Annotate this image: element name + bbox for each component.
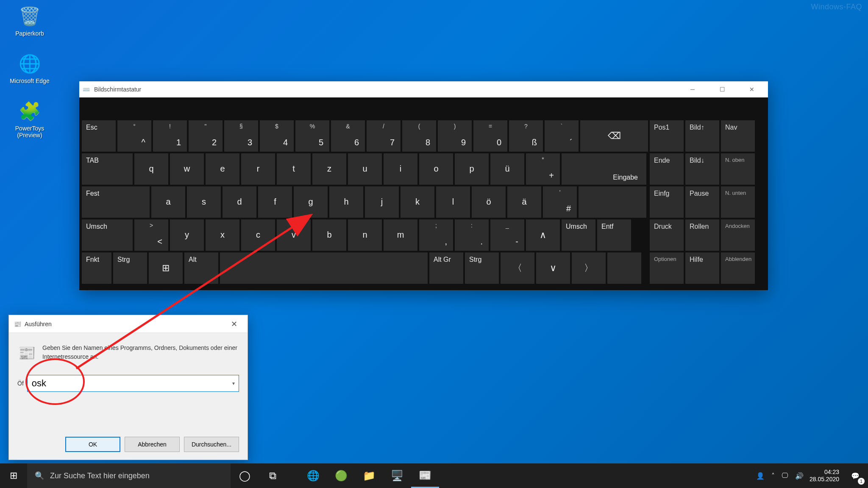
- key-t[interactable]: t: [277, 153, 311, 185]
- key-space[interactable]: [607, 252, 641, 284]
- maximize-button[interactable]: ☐: [709, 81, 735, 97]
- key-9[interactable]: )9: [438, 120, 472, 152]
- side-key-n-unten[interactable]: N. unten: [721, 186, 755, 218]
- key-h[interactable]: h: [329, 186, 363, 218]
- key-⌫[interactable]: ⌫: [580, 120, 648, 152]
- side-key-nav[interactable]: Nav: [721, 120, 755, 152]
- key-8[interactable]: (8: [402, 120, 436, 152]
- side-key-hilfe[interactable]: Hilfe: [685, 252, 719, 284]
- key-4[interactable]: $4: [260, 120, 294, 152]
- key-,[interactable]: ;,: [419, 219, 453, 251]
- key-space[interactable]: [579, 186, 646, 218]
- browse-button[interactable]: Durchsuchen...: [184, 437, 239, 452]
- key-i[interactable]: i: [384, 153, 417, 185]
- key-m[interactable]: m: [384, 219, 417, 251]
- key-strg[interactable]: Strg: [465, 252, 499, 284]
- key-〈[interactable]: 〈: [501, 252, 534, 284]
- key-a[interactable]: a: [151, 186, 185, 218]
- people-icon[interactable]: 👤: [756, 472, 765, 480]
- key-b[interactable]: b: [312, 219, 346, 251]
- key-fnkt[interactable]: Fnkt: [82, 252, 111, 284]
- key-x[interactable]: x: [206, 219, 239, 251]
- key-fest[interactable]: Fest: [82, 186, 150, 218]
- minimize-button[interactable]: ─: [680, 81, 705, 97]
- ok-button[interactable]: OK: [65, 437, 120, 452]
- side-key-bild-[interactable]: Bild↓: [685, 153, 719, 185]
- key-<[interactable]: ><: [134, 219, 168, 251]
- desktop-icon-recycle-bin[interactable]: 🗑️ Papierkorb: [6, 4, 53, 37]
- tray-chevron-up-icon[interactable]: ˄: [771, 472, 775, 480]
- key-e[interactable]: e: [206, 153, 239, 185]
- key-.[interactable]: :.: [455, 219, 489, 251]
- side-key-andocken[interactable]: Andocken: [721, 219, 755, 251]
- side-key-rollen[interactable]: Rollen: [685, 219, 719, 251]
- key-5[interactable]: %5: [295, 120, 329, 152]
- desktop-icon-powertoys[interactable]: 🧩 PowerToys (Preview): [6, 99, 53, 139]
- key-∧[interactable]: ∧: [526, 219, 560, 251]
- key-⊞[interactable]: ⊞: [149, 252, 183, 284]
- key-alt[interactable]: Alt: [184, 252, 218, 284]
- key-2[interactable]: "2: [189, 120, 223, 152]
- key-ä[interactable]: ä: [507, 186, 541, 218]
- run-open-input[interactable]: [27, 375, 239, 392]
- key-1[interactable]: !1: [153, 120, 187, 152]
- side-key-bild-[interactable]: Bild↑: [685, 120, 719, 152]
- tray-volume-icon[interactable]: 🔊: [795, 472, 804, 480]
- side-key-druck[interactable]: Druck: [650, 219, 684, 251]
- key-n[interactable]: n: [348, 219, 382, 251]
- key-ü[interactable]: ü: [490, 153, 524, 185]
- key-o[interactable]: o: [419, 153, 453, 185]
- key-u[interactable]: u: [348, 153, 382, 185]
- key-0[interactable]: =0: [473, 120, 507, 152]
- key-entf[interactable]: Entf: [597, 219, 631, 251]
- key-umsch[interactable]: Umsch: [562, 219, 595, 251]
- side-key-n-oben[interactable]: N. oben: [721, 153, 755, 185]
- key-y[interactable]: y: [170, 219, 204, 251]
- taskbar-search[interactable]: 🔍 Zur Suche Text hier eingeben: [27, 463, 231, 488]
- key-#[interactable]: '#: [543, 186, 577, 218]
- key-ß[interactable]: ?ß: [509, 120, 543, 152]
- key-alt-gr[interactable]: Alt Gr: [429, 252, 463, 284]
- key-eingabe[interactable]: Eingabe: [562, 153, 646, 185]
- task-computer-icon[interactable]: 🖥️: [383, 463, 411, 488]
- close-button[interactable]: ✕: [225, 319, 242, 329]
- key-^[interactable]: °^: [117, 120, 151, 152]
- key-esc[interactable]: Esc: [82, 120, 116, 152]
- key-r[interactable]: r: [241, 153, 275, 185]
- key-6[interactable]: &6: [331, 120, 365, 152]
- task-run-icon[interactable]: 📰: [411, 463, 439, 488]
- key-z[interactable]: z: [312, 153, 346, 185]
- key-3[interactable]: §3: [224, 120, 258, 152]
- key--[interactable]: _-: [490, 219, 524, 251]
- key-umsch[interactable]: Umsch: [82, 219, 133, 251]
- action-center-button[interactable]: 💬 1: [843, 463, 868, 488]
- osk-titlebar[interactable]: ⌨️ Bildschirmtastatur ─ ☐ ✕: [79, 81, 768, 97]
- desktop-icon-edge[interactable]: 🌐 Microsoft Edge: [6, 52, 53, 84]
- task-edge-icon[interactable]: 🌐: [299, 463, 327, 488]
- key-7[interactable]: /7: [367, 120, 401, 152]
- side-key-abblenden[interactable]: Abblenden: [721, 252, 755, 284]
- key-space[interactable]: [220, 252, 428, 284]
- taskbar-clock[interactable]: 04:23 28.05.2020: [810, 463, 843, 488]
- run-titlebar[interactable]: 📰 Ausführen ✕: [9, 315, 248, 333]
- key-tab[interactable]: TAB: [82, 153, 133, 185]
- side-key-optionen[interactable]: Optionen: [650, 252, 684, 284]
- key-´[interactable]: `´: [545, 120, 579, 152]
- key-d[interactable]: d: [223, 186, 256, 218]
- task-cortana-icon[interactable]: ◯: [231, 463, 259, 488]
- task-explorer-icon[interactable]: 📁: [355, 463, 383, 488]
- side-key-pause[interactable]: Pause: [685, 186, 719, 218]
- task-chrome-icon[interactable]: 🟢: [327, 463, 355, 488]
- key-s[interactable]: s: [187, 186, 221, 218]
- key-w[interactable]: w: [170, 153, 204, 185]
- key-p[interactable]: p: [455, 153, 489, 185]
- tray-display-icon[interactable]: 🖵: [782, 472, 788, 480]
- side-key-pos1[interactable]: Pos1: [650, 120, 684, 152]
- cancel-button[interactable]: Abbrechen: [125, 437, 180, 452]
- key-j[interactable]: j: [365, 186, 399, 218]
- close-button[interactable]: ✕: [739, 81, 765, 97]
- side-key-einfg[interactable]: Einfg: [650, 186, 684, 218]
- key-f[interactable]: f: [258, 186, 292, 218]
- key-〉[interactable]: 〉: [572, 252, 606, 284]
- side-key-ende[interactable]: Ende: [650, 153, 684, 185]
